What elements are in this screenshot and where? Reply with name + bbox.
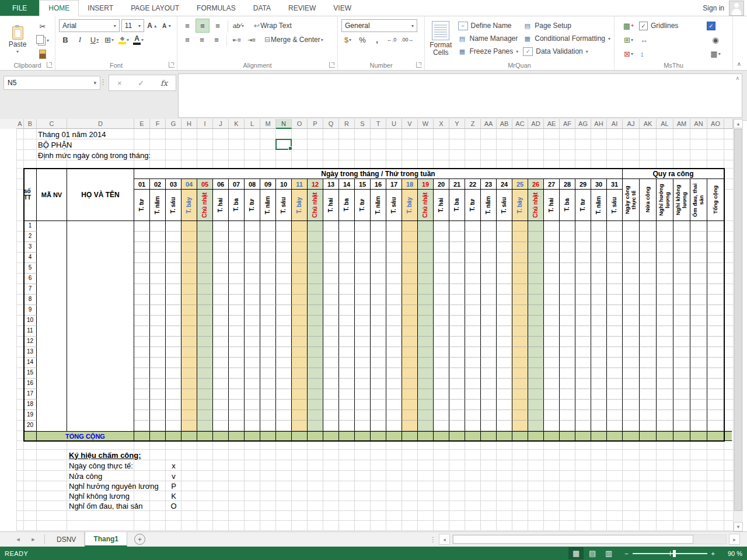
- attendance-cell[interactable]: [323, 337, 339, 347]
- attendance-cell[interactable]: [276, 232, 292, 242]
- column-header-H[interactable]: H: [181, 119, 197, 129]
- attendance-cell[interactable]: [386, 316, 402, 326]
- column-header-K[interactable]: K: [229, 119, 245, 129]
- day-name-31[interactable]: T. sáu: [607, 190, 623, 221]
- attendance-cell[interactable]: [386, 368, 402, 379]
- legend-label-ngh-h-ng-nguy-n-l-ng[interactable]: Nghỉ hưởng nguyên lương: [69, 481, 159, 491]
- attendance-cell[interactable]: [607, 368, 623, 379]
- sign-in-link[interactable]: Sign in: [703, 4, 724, 12]
- attendance-cell[interactable]: [260, 305, 276, 316]
- attendance-cell[interactable]: [481, 274, 497, 284]
- total-cell[interactable]: [418, 431, 434, 441]
- attendance-cell[interactable]: [560, 274, 575, 284]
- summary-cell[interactable]: [673, 337, 690, 347]
- summary-cell[interactable]: [623, 316, 640, 326]
- attendance-cell[interactable]: [386, 253, 402, 263]
- day-name-28[interactable]: T. ba: [560, 190, 575, 221]
- attendance-cell[interactable]: [434, 274, 449, 284]
- attendance-cell[interactable]: [134, 232, 150, 242]
- attendance-cell[interactable]: [386, 358, 402, 368]
- attendance-cell[interactable]: [213, 337, 229, 347]
- attendance-cell[interactable]: [607, 421, 623, 431]
- attendance-cell[interactable]: [260, 263, 276, 274]
- attendance-cell[interactable]: [449, 305, 465, 316]
- attendance-cell[interactable]: [260, 221, 276, 232]
- summary-cell[interactable]: [623, 389, 640, 400]
- attendance-cell[interactable]: [355, 379, 371, 389]
- attendance-cell[interactable]: [166, 284, 181, 295]
- day-name-19[interactable]: Chủ nhật: [418, 190, 434, 221]
- formula-input[interactable]: ∧: [178, 74, 742, 118]
- attendance-cell[interactable]: [213, 326, 229, 337]
- attendance-cell[interactable]: [575, 263, 591, 274]
- day-name-13[interactable]: T. hai: [323, 190, 339, 221]
- attendance-cell[interactable]: [371, 316, 386, 326]
- attendance-cell[interactable]: [213, 232, 229, 242]
- summary-cell[interactable]: [640, 305, 657, 316]
- ribbon-tab-formulas[interactable]: FORMULAS: [188, 0, 245, 16]
- attendance-cell[interactable]: [449, 368, 465, 379]
- summary-cell[interactable]: [657, 368, 673, 379]
- font-color-button[interactable]: A ▾: [132, 33, 145, 46]
- attendance-cell[interactable]: [512, 421, 528, 431]
- attendance-cell[interactable]: [371, 368, 386, 379]
- attendance-cell[interactable]: [229, 400, 245, 410]
- attendance-cell[interactable]: [575, 284, 591, 295]
- title-row-5[interactable]: BỘ PHẬN: [38, 139, 72, 150]
- attendance-cell[interactable]: [465, 316, 481, 326]
- name-box[interactable]: N5 ▾: [4, 76, 100, 90]
- attendance-cell[interactable]: [308, 263, 323, 274]
- attendance-cell[interactable]: [166, 421, 181, 431]
- summary-cell[interactable]: [673, 274, 690, 284]
- attendance-cell[interactable]: [339, 263, 355, 274]
- number-format-select[interactable]: General ▾: [341, 19, 417, 32]
- attendance-cell[interactable]: [292, 400, 308, 410]
- day-name-15[interactable]: T. tư: [355, 190, 371, 221]
- comma-style-button[interactable]: ,: [371, 33, 383, 46]
- attendance-cell[interactable]: [481, 421, 497, 431]
- day-name-26[interactable]: Chủ nhật: [528, 190, 544, 221]
- zoom-slider-thumb[interactable]: [673, 550, 676, 557]
- manv-body-column[interactable]: [37, 221, 67, 431]
- attendance-cell[interactable]: [166, 316, 181, 326]
- attendance-cell[interactable]: [260, 316, 276, 326]
- attendance-cell[interactable]: [434, 347, 449, 358]
- delete-cells-button[interactable]: ⊠▾: [618, 47, 639, 60]
- attendance-cell[interactable]: [355, 358, 371, 368]
- zoom-out-button[interactable]: −: [624, 550, 628, 557]
- attendance-cell[interactable]: [465, 284, 481, 295]
- attendance-cell[interactable]: [308, 379, 323, 389]
- attendance-cell[interactable]: [402, 305, 418, 316]
- attendance-cell[interactable]: [276, 263, 292, 274]
- attendance-cell[interactable]: [355, 400, 371, 410]
- total-cell[interactable]: [181, 431, 197, 441]
- stt-cell-1[interactable]: 1: [24, 221, 37, 232]
- attendance-cell[interactable]: [497, 263, 512, 274]
- stt-cell-9[interactable]: 9: [24, 305, 37, 316]
- summary-cell[interactable]: [690, 242, 707, 253]
- attendance-cell[interactable]: [245, 358, 260, 368]
- attendance-cell[interactable]: [260, 421, 276, 431]
- attendance-cell[interactable]: [229, 337, 245, 347]
- attendance-cell[interactable]: [418, 358, 434, 368]
- attendance-cell[interactable]: [449, 400, 465, 410]
- gridlines-checkbox-row[interactable]: ✓ Gridlines: [639, 22, 702, 30]
- attendance-cell[interactable]: [371, 263, 386, 274]
- attendance-cell[interactable]: [229, 358, 245, 368]
- day-number-13[interactable]: 13: [323, 179, 339, 190]
- attendance-cell[interactable]: [371, 389, 386, 400]
- attendance-cell[interactable]: [418, 326, 434, 337]
- attendance-cell[interactable]: [134, 263, 150, 274]
- attendance-cell[interactable]: [386, 389, 402, 400]
- insert-cells-button[interactable]: ⊞▾: [618, 33, 639, 46]
- attendance-cell[interactable]: [197, 305, 213, 316]
- attendance-cell[interactable]: [386, 284, 402, 295]
- stt-cell-17[interactable]: 17: [24, 389, 37, 400]
- page-layout-view-button[interactable]: ▤: [585, 547, 600, 559]
- attendance-cell[interactable]: [197, 316, 213, 326]
- attendance-cell[interactable]: [166, 326, 181, 337]
- attendance-cell[interactable]: [575, 274, 591, 284]
- attendance-cell[interactable]: [418, 232, 434, 242]
- attendance-cell[interactable]: [213, 274, 229, 284]
- attendance-cell[interactable]: [591, 232, 607, 242]
